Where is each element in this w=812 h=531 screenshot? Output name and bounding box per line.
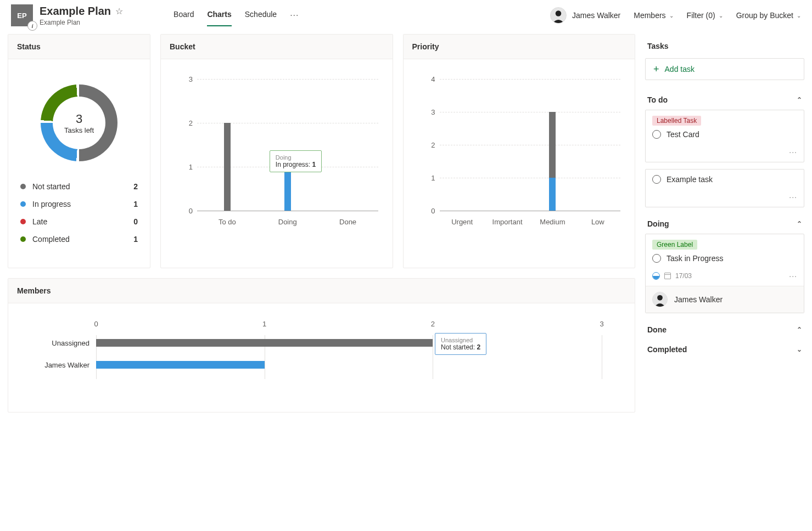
bar-medium[interactable]: Medium xyxy=(530,79,575,211)
hbar-unassigned[interactable]: Unassigned Unassigned Not started: 2 xyxy=(96,335,602,351)
bar-low[interactable]: Low xyxy=(575,79,620,211)
group-header-done[interactable]: Done ⌃ xyxy=(645,320,804,340)
x-tick: 2 xyxy=(431,320,435,328)
current-user[interactable]: James Walker xyxy=(550,7,620,24)
legend-label: In progress xyxy=(32,200,133,208)
plus-icon: + xyxy=(653,64,659,74)
y-tick: 2 xyxy=(189,118,193,127)
x-tick: 1 xyxy=(262,320,266,328)
more-tabs-icon[interactable]: ··· xyxy=(290,10,299,20)
members-dropdown[interactable]: Members ⌄ xyxy=(634,11,673,20)
task-card[interactable]: Labelled Task Test Card ··· xyxy=(645,110,804,162)
hbar-james[interactable]: James Walker xyxy=(96,357,602,372)
legend-dot-icon xyxy=(20,201,26,207)
view-tabs: Board Charts Schedule ··· xyxy=(173,4,299,26)
tab-charts[interactable]: Charts xyxy=(207,4,231,26)
status-donut: 3 Tasks left xyxy=(41,84,117,161)
charts-column: Status 3 Tasks left Not star xyxy=(8,34,635,413)
group-by-dropdown[interactable]: Group by Bucket ⌄ xyxy=(736,11,801,20)
card-title: Bucket xyxy=(161,35,393,59)
user-name: James Walker xyxy=(572,11,620,20)
tasks-panel-title: Tasks xyxy=(645,34,804,58)
task-assignee: James Walker xyxy=(646,286,804,313)
complete-radio[interactable] xyxy=(652,254,661,263)
tab-board[interactable]: Board xyxy=(173,4,194,26)
content: Status 3 Tasks left Not star xyxy=(0,26,812,420)
bucket-chart: 3 2 1 0 To do xyxy=(170,68,384,238)
task-more-icon[interactable]: ··· xyxy=(789,148,797,156)
chevron-down-icon: ⌄ xyxy=(797,346,802,353)
x-label: Doing xyxy=(278,218,297,226)
legend-completed[interactable]: Completed 1 xyxy=(20,230,138,248)
group-label: Done xyxy=(647,325,667,334)
tasks-panel: Tasks + Add task To do ⌃ Labelled Task T… xyxy=(645,34,804,413)
legend-dot-icon xyxy=(20,184,26,189)
calendar-icon xyxy=(664,273,671,279)
legend-dot-icon xyxy=(20,219,26,224)
status-card: Status 3 Tasks left Not star xyxy=(8,34,150,268)
add-task-label: Add task xyxy=(665,65,695,74)
progress-half-icon xyxy=(652,272,660,280)
tooltip-value: 2 xyxy=(477,343,480,351)
task-more-icon[interactable]: ··· xyxy=(789,193,797,201)
task-date: 17/03 xyxy=(675,272,692,280)
group-header-doing[interactable]: Doing ⌃ xyxy=(645,214,804,234)
legend-in-progress[interactable]: In progress 1 xyxy=(20,195,138,213)
donut-center-count: 3 xyxy=(76,112,82,126)
legend-value: 2 xyxy=(133,182,138,191)
task-title: Test Card xyxy=(667,130,699,139)
task-title: Example task xyxy=(667,175,713,184)
chevron-down-icon: ⌄ xyxy=(719,13,723,19)
legend-late[interactable]: Late 0 xyxy=(20,213,138,230)
group-label: To do xyxy=(647,95,668,104)
tooltip-title: Doing xyxy=(276,154,316,161)
chart-tooltip: Doing In progress: 1 xyxy=(270,150,322,172)
y-tick: 3 xyxy=(431,108,435,116)
group-label: Completed xyxy=(647,345,687,354)
group-header-todo[interactable]: To do ⌃ xyxy=(645,90,804,110)
y-tick: 2 xyxy=(431,141,435,149)
y-tick: 1 xyxy=(431,174,435,182)
filter-label: Filter (0) xyxy=(687,11,715,20)
avatar xyxy=(652,292,668,307)
bar-urgent[interactable]: Urgent xyxy=(440,79,485,211)
legend-not-started[interactable]: Not started 2 xyxy=(20,178,138,195)
bar-important[interactable]: Important xyxy=(485,79,530,211)
tooltip-line: Not started: xyxy=(441,343,475,351)
priority-chart: 4 3 2 1 0 xyxy=(412,68,626,238)
tooltip-title: Unassigned xyxy=(441,337,480,343)
complete-radio[interactable] xyxy=(652,175,661,184)
chevron-down-icon: ⌄ xyxy=(797,13,801,19)
task-title: Task in Progress xyxy=(667,254,723,263)
card-title: Priority xyxy=(404,35,635,59)
bar-done[interactable]: Done xyxy=(318,79,378,211)
chart-tooltip: Unassigned Not started: 2 xyxy=(435,333,486,355)
y-tick: 3 xyxy=(189,75,193,83)
x-label: Important xyxy=(492,218,523,226)
donut-center-label: Tasks left xyxy=(64,126,94,134)
members-chart: 0 1 2 3 Unassigned Unassigned N xyxy=(8,303,635,412)
status-legend: Not started 2 In progress 1 Late 0 xyxy=(17,178,141,259)
x-label: To do xyxy=(219,218,236,226)
plan-name: Example Plan xyxy=(40,5,111,18)
legend-label: Late xyxy=(32,217,133,226)
tab-schedule[interactable]: Schedule xyxy=(245,4,277,26)
plan-titles: Example Plan ☆ Example Plan xyxy=(40,5,123,26)
card-title: Members xyxy=(8,279,635,303)
complete-radio[interactable] xyxy=(652,130,661,139)
bar-todo[interactable]: To do xyxy=(197,79,257,211)
group-header-completed[interactable]: Completed ⌄ xyxy=(645,340,804,359)
add-task-button[interactable]: + Add task xyxy=(645,58,804,80)
x-label: Medium xyxy=(540,218,565,226)
bar-doing[interactable]: Doing Doing In progress: 1 xyxy=(257,79,318,211)
header-right: James Walker Members ⌄ Filter (0) ⌄ Grou… xyxy=(550,7,801,24)
legend-label: Not started xyxy=(32,182,133,191)
task-more-icon[interactable]: ··· xyxy=(789,272,797,280)
task-card[interactable]: Green Label Task in Progress 17/03 ··· xyxy=(645,234,804,313)
x-tick: 3 xyxy=(600,320,603,328)
filter-dropdown[interactable]: Filter (0) ⌄ xyxy=(687,11,723,20)
info-icon[interactable]: i xyxy=(27,21,37,31)
priority-card: Priority 4 3 2 1 0 xyxy=(403,34,636,268)
star-icon[interactable]: ☆ xyxy=(115,6,123,16)
task-card[interactable]: Example task ··· xyxy=(645,169,804,207)
